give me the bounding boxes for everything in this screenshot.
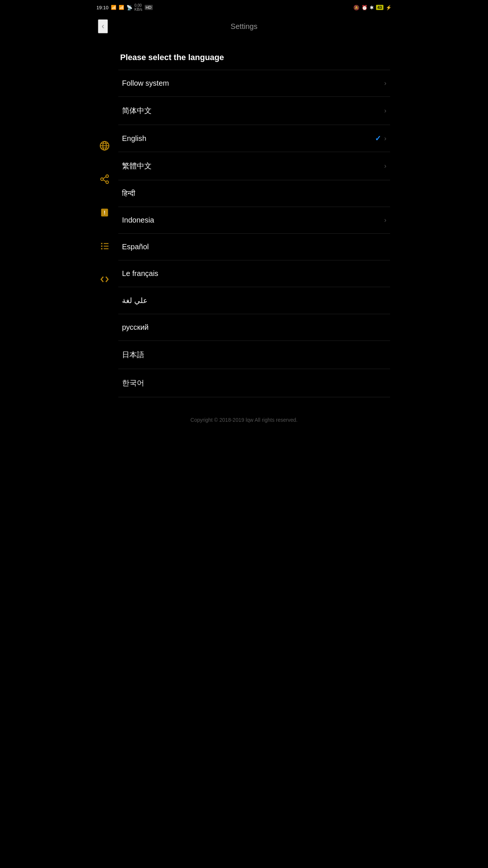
bluetooth-icon: ✱	[370, 5, 374, 10]
svg-point-6	[100, 178, 103, 181]
sidebar: !	[90, 129, 118, 296]
signal-icon-2: 📶	[119, 5, 124, 10]
svg-rect-13	[101, 246, 102, 247]
language-item-hindi[interactable]: हिन्दी	[118, 180, 390, 207]
language-item-espanol[interactable]: Español	[118, 234, 390, 260]
share-icon	[90, 162, 118, 196]
svg-line-8	[103, 177, 106, 178]
svg-rect-14	[101, 248, 102, 250]
svg-point-7	[106, 181, 108, 184]
language-item-follow-system[interactable]: Follow system›	[118, 70, 390, 97]
back-button[interactable]: ‹	[98, 19, 108, 33]
wifi-icon: 📡	[126, 5, 132, 10]
language-item-simplified-chinese[interactable]: 简体中文›	[118, 97, 390, 125]
language-right-english: ✓›	[375, 134, 386, 143]
speed-label: 0.00KB/s	[135, 3, 142, 11]
language-name-russian: русский	[122, 323, 149, 332]
time: 19:10	[96, 5, 109, 10]
language-list: Follow system›简体中文›English✓›繁體中文›हिन्दीI…	[118, 70, 390, 397]
svg-rect-12	[101, 243, 102, 244]
alert-icon: !	[90, 196, 118, 229]
language-right-indonesia: ›	[384, 216, 386, 224]
chevron-right-icon: ›	[384, 216, 386, 224]
status-bar: 19:10 📶 📶 📡 0.00KB/s HD 🔕 ⏰ ✱ 43 ⚡	[90, 0, 398, 15]
chevron-right-icon: ›	[384, 107, 386, 115]
language-item-french[interactable]: Le français	[118, 260, 390, 287]
language-right-follow-system: ›	[384, 79, 386, 87]
language-right-simplified-chinese: ›	[384, 107, 386, 115]
language-name-espanol: Español	[122, 243, 149, 251]
alarm-icon: ⏰	[362, 5, 367, 10]
language-item-english[interactable]: English✓›	[118, 125, 390, 152]
language-name-follow-system: Follow system	[122, 79, 169, 88]
chevron-right-icon: ›	[384, 135, 386, 142]
globe-icon	[90, 129, 118, 162]
language-item-japanese[interactable]: 日本語	[118, 341, 390, 369]
hd-label: HD	[145, 5, 153, 10]
language-name-simplified-chinese: 简体中文	[122, 106, 152, 116]
battery-level: 43	[376, 5, 383, 10]
charging-icon: ⚡	[386, 5, 392, 10]
language-name-french: Le français	[122, 269, 158, 278]
checkmark-icon: ✓	[375, 134, 381, 143]
header: ‹ Settings	[90, 15, 398, 38]
code-icon	[90, 263, 118, 296]
language-item-russian[interactable]: русский	[118, 314, 390, 341]
language-item-arabic[interactable]: علي لغة	[118, 287, 390, 314]
language-name-korean: 한국어	[122, 378, 144, 388]
status-left: 19:10 📶 📶 📡 0.00KB/s HD	[96, 3, 153, 11]
language-name-arabic: علي لغة	[122, 296, 148, 305]
svg-point-5	[106, 175, 108, 177]
chevron-right-icon: ›	[384, 162, 386, 170]
language-name-hindi: हिन्दी	[122, 189, 135, 198]
language-right-traditional-chinese: ›	[384, 162, 386, 170]
signal-icon: 📶	[111, 5, 116, 10]
language-name-indonesia: Indonesia	[122, 216, 154, 224]
footer-text: Copyright © 2018-2019 lqw All rights res…	[191, 417, 298, 423]
language-item-korean[interactable]: 한국어	[118, 369, 390, 397]
language-item-traditional-chinese[interactable]: 繁體中文›	[118, 152, 390, 180]
language-item-indonesia[interactable]: Indonesia›	[118, 207, 390, 234]
language-name-japanese: 日本語	[122, 350, 144, 360]
list-icon	[90, 229, 118, 263]
svg-text:!: !	[103, 210, 105, 216]
svg-line-9	[103, 180, 106, 182]
chevron-right-icon: ›	[384, 79, 386, 87]
language-name-english: English	[122, 134, 146, 143]
footer: Copyright © 2018-2019 lqw All rights res…	[90, 410, 398, 430]
language-select-title: Please select the language	[90, 38, 398, 70]
page-title: Settings	[231, 22, 257, 31]
mute-icon: 🔕	[353, 5, 359, 10]
status-right: 🔕 ⏰ ✱ 43 ⚡	[353, 5, 392, 10]
language-name-traditional-chinese: 繁體中文	[122, 161, 152, 171]
